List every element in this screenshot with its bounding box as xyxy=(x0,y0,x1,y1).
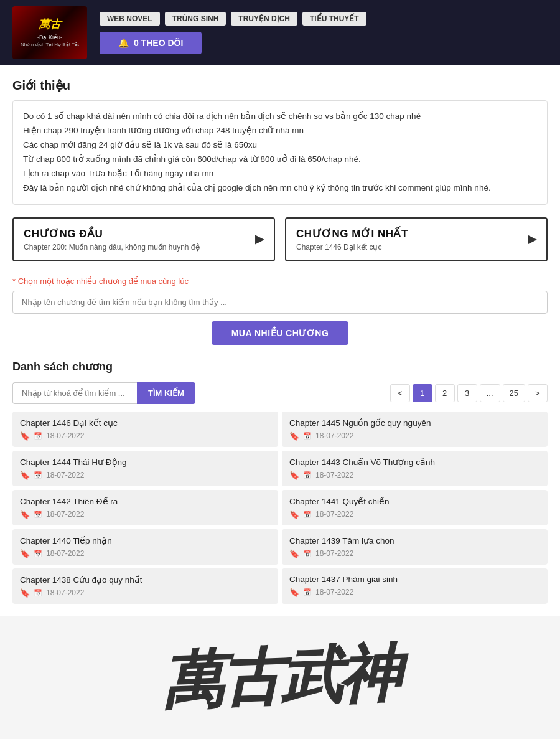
chapter-item-date: 18-07-2022 xyxy=(315,510,353,519)
follow-button[interactable]: 🔔 0 THEO DÕI xyxy=(100,32,202,54)
intro-line-6: Đây là bản người dịch nhé chứ không phải… xyxy=(23,181,537,195)
chapter-item-title: Chapter 1444 Thái Hư Động xyxy=(20,457,271,467)
chapter-search-input[interactable] xyxy=(12,291,548,314)
chapter-item-date: 18-07-2022 xyxy=(46,510,84,519)
pagination-prev[interactable]: < xyxy=(390,384,410,402)
main-content: Giới thiệu Do có 1 số chap khá dài nên m… xyxy=(0,65,560,616)
chapter-item-meta: 🔖 📅 18-07-2022 xyxy=(289,431,540,441)
footer-calligraphy: 萬古武神 xyxy=(161,633,399,725)
first-chapter-sub: Chapter 200: Muốn nàng dâu, không muốn h… xyxy=(24,243,200,252)
tags-row: WEB NOVEL TRÙNG SINH TRUYỆN DỊCH TIỂU TH… xyxy=(100,12,548,26)
bookmark-icon: 🔖 xyxy=(289,431,299,441)
chapter-item-date: 18-07-2022 xyxy=(315,431,353,440)
pagination-page-1[interactable]: 1 xyxy=(413,384,432,402)
intro-box: Do có 1 số chap khá dài nên mình có chia… xyxy=(12,100,548,205)
chapter-nav: CHƯƠNG ĐẦU Chapter 200: Muốn nàng dâu, k… xyxy=(12,217,548,261)
tag-web-novel[interactable]: WEB NOVEL xyxy=(100,12,160,26)
calendar-icon: 📅 xyxy=(34,589,42,597)
chapter-item-meta: 🔖 📅 18-07-2022 xyxy=(20,549,271,558)
chapter-item-meta: 🔖 📅 18-07-2022 xyxy=(289,471,540,480)
calendar-icon: 📅 xyxy=(303,432,312,440)
bookmark-icon: 🔖 xyxy=(289,510,299,519)
chapter-item-date: 18-07-2022 xyxy=(46,431,84,440)
intro-title: Giới thiệu xyxy=(12,78,548,93)
chapter-item-title: Chapter 1439 Tâm lựa chon xyxy=(289,535,540,545)
chapter-item[interactable]: Chapter 1443 Chuẩn Võ Thượng cảnh 🔖 📅 18… xyxy=(282,451,548,486)
header-section: 萬古 -Dạ Kiều- Nhóm dịch Tại Họ Bật Tắt WE… xyxy=(0,0,560,65)
intro-line-2: Hiện chap 290 truyện tranh tương đương v… xyxy=(23,124,537,138)
intro-line-4: Từ chap 800 trở xuống mình đã chỉnh giá … xyxy=(23,153,537,167)
pagination-ellipsis: ... xyxy=(480,384,500,402)
calendar-icon: 📅 xyxy=(34,550,42,558)
chapter-item-meta: 🔖 📅 18-07-2022 xyxy=(20,588,271,598)
chapter-list-title: Danh sách chương xyxy=(12,360,548,374)
first-chapter-card[interactable]: CHƯƠNG ĐẦU Chapter 200: Muốn nàng dâu, k… xyxy=(12,217,275,261)
chapter-item-meta: 🔖 📅 18-07-2022 xyxy=(20,510,271,519)
chapter-item[interactable]: Chapter 1445 Nguồn gốc quy nguyên 🔖 📅 18… xyxy=(282,412,548,447)
chapter-item[interactable]: Chapter 1437 Phàm giai sinh 🔖 📅 18-07-20… xyxy=(282,568,548,604)
latest-chapter-label: CHƯƠNG MỚI NHẤT xyxy=(296,227,408,240)
intro-line-1: Do có 1 số chap khá dài nên mình có chia… xyxy=(23,110,537,124)
chapter-list-search-button[interactable]: TÌM KIẾM xyxy=(137,382,195,404)
buy-multiple-button[interactable]: MUA NHIỀU CHƯƠNG xyxy=(212,321,349,345)
chapter-item[interactable]: Chapter 1438 Cứu đạo quy nhất 🔖 📅 18-07-… xyxy=(12,568,278,604)
chapter-item-title: Chapter 1438 Cứu đạo quy nhất xyxy=(20,575,271,585)
calendar-icon: 📅 xyxy=(34,511,42,519)
first-chapter-content: CHƯƠNG ĐẦU Chapter 200: Muốn nàng dâu, k… xyxy=(24,227,200,252)
chapter-item-date: 18-07-2022 xyxy=(315,471,353,479)
chapter-item-date: 18-07-2022 xyxy=(315,549,353,558)
chapter-item-date: 18-07-2022 xyxy=(46,471,84,479)
pagination: < 1 2 3 ... 25 > xyxy=(390,384,548,402)
follow-button-label: 0 THEO DÕI xyxy=(134,38,183,48)
latest-chapter-sub: Chapter 1446 Đại kết cục xyxy=(296,243,408,252)
chapter-item-meta: 🔖 📅 18-07-2022 xyxy=(20,431,271,441)
calendar-icon: 📅 xyxy=(303,588,312,596)
pagination-next[interactable]: > xyxy=(528,384,548,402)
chapter-item[interactable]: Chapter 1446 Đại kết cục 🔖 📅 18-07-2022 xyxy=(12,412,278,447)
bell-icon: 🔔 xyxy=(118,38,129,48)
book-cover: 萬古 -Dạ Kiều- Nhóm dịch Tại Họ Bật Tắt xyxy=(12,6,87,59)
chapter-item-meta: 🔖 📅 18-07-2022 xyxy=(289,510,540,519)
chapter-item-title: Chapter 1442 Thiên Đế ra xyxy=(20,496,271,506)
chapter-item[interactable]: Chapter 1444 Thái Hư Động 🔖 📅 18-07-2022 xyxy=(12,451,278,486)
chapter-item-meta: 🔖 📅 18-07-2022 xyxy=(20,471,271,480)
chapter-item-date: 18-07-2022 xyxy=(46,549,84,558)
chapter-item[interactable]: Chapter 1439 Tâm lựa chon 🔖 📅 18-07-2022 xyxy=(282,529,548,565)
pagination-page-3[interactable]: 3 xyxy=(457,384,477,402)
buy-label: * Chọn một hoặc nhiều chương để mua cùng… xyxy=(12,276,548,286)
bookmark-icon: 🔖 xyxy=(289,588,299,597)
chapter-item-title: Chapter 1441 Quyết chiến xyxy=(289,496,540,506)
chapter-item-date: 18-07-2022 xyxy=(315,588,353,596)
latest-chapter-card[interactable]: CHƯƠNG MỚI NHẤT Chapter 1446 Đại kết cục… xyxy=(285,217,548,261)
chapter-item-title: Chapter 1440 Tiếp nhận xyxy=(20,535,271,545)
tag-trung-sinh[interactable]: TRÙNG SINH xyxy=(165,12,226,26)
pagination-page-25[interactable]: 25 xyxy=(503,384,525,402)
header-right: WEB NOVEL TRÙNG SINH TRUYỆN DỊCH TIỂU TH… xyxy=(100,12,548,54)
tag-truyen-dich[interactable]: TRUYỆN DỊCH xyxy=(231,12,297,26)
chapter-item[interactable]: Chapter 1440 Tiếp nhận 🔖 📅 18-07-2022 xyxy=(12,529,278,565)
chapter-item-meta: 🔖 📅 18-07-2022 xyxy=(289,549,540,558)
intro-line-3: Các chap mới đăng 24 giờ đầu sẽ là 1k và… xyxy=(23,138,537,153)
search-pagination-row: TÌM KIẾM < 1 2 3 ... 25 > xyxy=(12,382,548,404)
chapter-item-title: Chapter 1437 Phàm giai sinh xyxy=(289,575,540,584)
pagination-page-2[interactable]: 2 xyxy=(435,384,455,402)
bookmark-icon: 🔖 xyxy=(20,588,30,598)
chapter-list-search-input[interactable] xyxy=(12,382,137,404)
first-chapter-label: CHƯƠNG ĐẦU xyxy=(24,227,200,240)
calendar-icon: 📅 xyxy=(303,471,312,479)
chapter-grid: Chapter 1446 Đại kết cục 🔖 📅 18-07-2022 … xyxy=(12,412,548,604)
bookmark-icon: 🔖 xyxy=(289,471,299,480)
footer-image: 萬古武神 xyxy=(0,616,560,739)
chapter-item-meta: 🔖 📅 18-07-2022 xyxy=(289,588,540,597)
chapter-item-title: Chapter 1443 Chuẩn Võ Thượng cảnh xyxy=(289,457,540,467)
tag-tieu-thuyet[interactable]: TIỂU THUYẾT xyxy=(302,12,366,26)
chapter-item[interactable]: Chapter 1441 Quyết chiến 🔖 📅 18-07-2022 xyxy=(282,490,548,525)
book-cover-group: Nhóm dịch Tại Họ Bật Tắt xyxy=(21,42,79,47)
intro-line-5: Lịch ra chap vào Trưa hoặc Tối hàng ngày… xyxy=(23,167,537,181)
bookmark-icon: 🔖 xyxy=(289,549,299,558)
book-cover-title: 萬古 xyxy=(39,18,61,32)
chapter-item[interactable]: Chapter 1442 Thiên Đế ra 🔖 📅 18-07-2022 xyxy=(12,490,278,525)
calendar-icon: 📅 xyxy=(34,432,42,440)
chapter-item-date: 18-07-2022 xyxy=(46,588,84,597)
bookmark-icon: 🔖 xyxy=(20,549,30,558)
